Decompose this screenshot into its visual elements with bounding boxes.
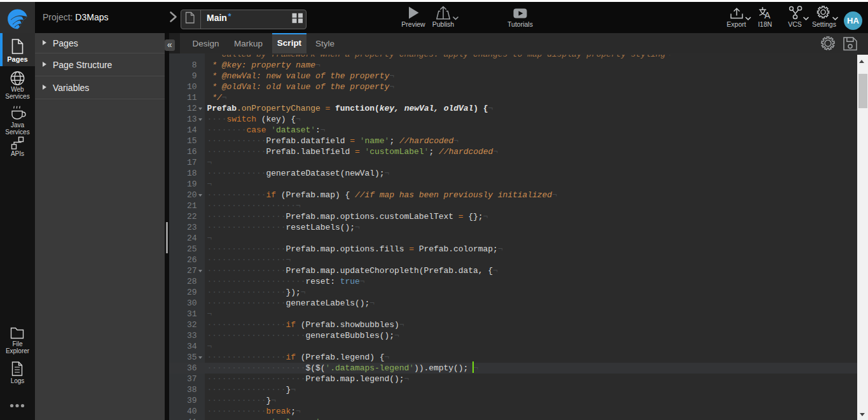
- svg-text:A: A: [764, 10, 771, 20]
